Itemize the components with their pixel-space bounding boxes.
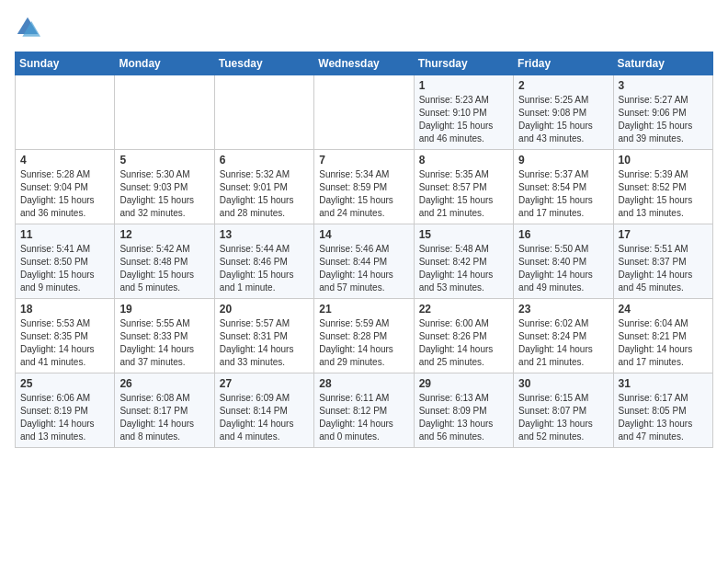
day-info: Sunrise: 5:37 AM Sunset: 8:54 PM Dayligh…: [518, 169, 593, 218]
calendar-cell: 28Sunrise: 6:11 AM Sunset: 8:12 PM Dayli…: [314, 373, 414, 448]
calendar-table: SundayMondayTuesdayWednesdayThursdayFrid…: [15, 52, 713, 448]
weekday-header-thursday: Thursday: [414, 52, 513, 75]
calendar-cell: 15Sunrise: 5:48 AM Sunset: 8:42 PM Dayli…: [414, 224, 513, 299]
day-info: Sunrise: 6:06 AM Sunset: 8:19 PM Dayligh…: [20, 393, 95, 442]
calendar-cell: [115, 75, 214, 150]
day-info: Sunrise: 5:32 AM Sunset: 9:01 PM Dayligh…: [220, 169, 294, 218]
calendar-cell: 27Sunrise: 6:09 AM Sunset: 8:14 PM Dayli…: [214, 373, 313, 448]
day-info: Sunrise: 5:23 AM Sunset: 9:10 PM Dayligh…: [419, 95, 494, 144]
day-number: 16: [518, 228, 608, 241]
day-info: Sunrise: 6:09 AM Sunset: 8:14 PM Dayligh…: [220, 393, 294, 442]
day-info: Sunrise: 5:34 AM Sunset: 8:59 PM Dayligh…: [319, 169, 393, 218]
logo: [15, 15, 44, 40]
day-info: Sunrise: 5:27 AM Sunset: 9:06 PM Dayligh…: [619, 95, 693, 144]
calendar-cell: 8Sunrise: 5:35 AM Sunset: 8:57 PM Daylig…: [414, 150, 513, 224]
calendar-cell: 24Sunrise: 6:04 AM Sunset: 8:21 PM Dayli…: [613, 299, 712, 373]
weekday-row: SundayMondayTuesdayWednesdayThursdayFrid…: [16, 52, 713, 75]
calendar-cell: 25Sunrise: 6:06 AM Sunset: 8:19 PM Dayli…: [16, 373, 115, 448]
calendar-cell: 16Sunrise: 5:50 AM Sunset: 8:40 PM Dayli…: [514, 224, 613, 299]
weekday-header-saturday: Saturday: [613, 52, 712, 75]
day-info: Sunrise: 6:17 AM Sunset: 8:05 PM Dayligh…: [619, 393, 693, 442]
day-info: Sunrise: 6:15 AM Sunset: 8:07 PM Dayligh…: [518, 393, 593, 442]
calendar-cell: 12Sunrise: 5:42 AM Sunset: 8:48 PM Dayli…: [115, 224, 214, 299]
calendar-cell: 31Sunrise: 6:17 AM Sunset: 8:05 PM Dayli…: [613, 373, 712, 448]
day-info: Sunrise: 5:55 AM Sunset: 8:33 PM Dayligh…: [119, 318, 194, 367]
day-info: Sunrise: 6:08 AM Sunset: 8:17 PM Dayligh…: [119, 393, 194, 442]
weekday-header-wednesday: Wednesday: [314, 52, 414, 75]
calendar-cell: 21Sunrise: 5:59 AM Sunset: 8:28 PM Dayli…: [314, 299, 414, 373]
calendar-cell: 3Sunrise: 5:27 AM Sunset: 9:06 PM Daylig…: [613, 75, 712, 150]
day-info: Sunrise: 5:44 AM Sunset: 8:46 PM Dayligh…: [220, 244, 294, 293]
day-number: 18: [20, 303, 109, 316]
day-info: Sunrise: 5:35 AM Sunset: 8:57 PM Dayligh…: [419, 169, 494, 218]
weekday-header-sunday: Sunday: [16, 52, 115, 75]
day-number: 30: [518, 377, 608, 390]
calendar-cell: 4Sunrise: 5:28 AM Sunset: 9:04 PM Daylig…: [16, 150, 115, 224]
day-info: Sunrise: 5:51 AM Sunset: 8:37 PM Dayligh…: [619, 244, 693, 293]
day-info: Sunrise: 5:41 AM Sunset: 8:50 PM Dayligh…: [20, 244, 95, 293]
day-number: 23: [518, 303, 608, 316]
day-info: Sunrise: 5:48 AM Sunset: 8:42 PM Dayligh…: [419, 244, 494, 293]
day-number: 31: [619, 377, 708, 390]
day-number: 22: [419, 303, 508, 316]
calendar-cell: 1Sunrise: 5:23 AM Sunset: 9:10 PM Daylig…: [414, 75, 513, 150]
day-number: 25: [20, 377, 109, 390]
day-info: Sunrise: 5:57 AM Sunset: 8:31 PM Dayligh…: [220, 318, 294, 367]
day-info: Sunrise: 5:46 AM Sunset: 8:44 PM Dayligh…: [319, 244, 393, 293]
day-number: 12: [119, 228, 209, 241]
calendar-cell: 6Sunrise: 5:32 AM Sunset: 9:01 PM Daylig…: [214, 150, 313, 224]
day-number: 1: [419, 79, 508, 92]
calendar-cell: 2Sunrise: 5:25 AM Sunset: 9:08 PM Daylig…: [514, 75, 613, 150]
calendar-cell: [314, 75, 414, 150]
calendar-week-3: 18Sunrise: 5:53 AM Sunset: 8:35 PM Dayli…: [16, 299, 713, 373]
day-info: Sunrise: 6:11 AM Sunset: 8:12 PM Dayligh…: [319, 393, 393, 442]
day-number: 3: [619, 79, 708, 92]
day-info: Sunrise: 5:39 AM Sunset: 8:52 PM Dayligh…: [619, 169, 693, 218]
calendar-cell: 9Sunrise: 5:37 AM Sunset: 8:54 PM Daylig…: [514, 150, 613, 224]
day-info: Sunrise: 5:59 AM Sunset: 8:28 PM Dayligh…: [319, 318, 393, 367]
calendar-cell: 19Sunrise: 5:55 AM Sunset: 8:33 PM Dayli…: [115, 299, 214, 373]
day-number: 28: [319, 377, 408, 390]
calendar-cell: 11Sunrise: 5:41 AM Sunset: 8:50 PM Dayli…: [16, 224, 115, 299]
day-info: Sunrise: 5:30 AM Sunset: 9:03 PM Dayligh…: [119, 169, 194, 218]
day-number: 6: [220, 154, 309, 167]
day-number: 13: [220, 228, 309, 241]
calendar-cell: 20Sunrise: 5:57 AM Sunset: 8:31 PM Dayli…: [214, 299, 313, 373]
calendar-week-2: 11Sunrise: 5:41 AM Sunset: 8:50 PM Dayli…: [16, 224, 713, 299]
day-info: Sunrise: 5:53 AM Sunset: 8:35 PM Dayligh…: [20, 318, 95, 367]
calendar-cell: 29Sunrise: 6:13 AM Sunset: 8:09 PM Dayli…: [414, 373, 513, 448]
day-number: 29: [419, 377, 508, 390]
weekday-header-friday: Friday: [514, 52, 613, 75]
day-info: Sunrise: 5:25 AM Sunset: 9:08 PM Dayligh…: [518, 95, 593, 144]
day-info: Sunrise: 6:00 AM Sunset: 8:26 PM Dayligh…: [419, 318, 494, 367]
calendar-cell: [16, 75, 115, 150]
day-info: Sunrise: 6:13 AM Sunset: 8:09 PM Dayligh…: [419, 393, 494, 442]
day-number: 7: [319, 154, 408, 167]
calendar-header: SundayMondayTuesdayWednesdayThursdayFrid…: [16, 52, 713, 75]
day-info: Sunrise: 5:50 AM Sunset: 8:40 PM Dayligh…: [518, 244, 593, 293]
calendar-cell: 18Sunrise: 5:53 AM Sunset: 8:35 PM Dayli…: [16, 299, 115, 373]
calendar-cell: 14Sunrise: 5:46 AM Sunset: 8:44 PM Dayli…: [314, 224, 414, 299]
day-number: 9: [518, 154, 608, 167]
day-number: 5: [119, 154, 209, 167]
calendar-cell: 23Sunrise: 6:02 AM Sunset: 8:24 PM Dayli…: [514, 299, 613, 373]
day-number: 24: [619, 303, 708, 316]
calendar-cell: 10Sunrise: 5:39 AM Sunset: 8:52 PM Dayli…: [613, 150, 712, 224]
calendar-cell: 7Sunrise: 5:34 AM Sunset: 8:59 PM Daylig…: [314, 150, 414, 224]
calendar-week-0: 1Sunrise: 5:23 AM Sunset: 9:10 PM Daylig…: [16, 75, 713, 150]
day-number: 20: [220, 303, 309, 316]
day-number: 8: [419, 154, 508, 167]
day-number: 21: [319, 303, 408, 316]
calendar-body: 1Sunrise: 5:23 AM Sunset: 9:10 PM Daylig…: [16, 75, 713, 448]
calendar-cell: 30Sunrise: 6:15 AM Sunset: 8:07 PM Dayli…: [514, 373, 613, 448]
logo-icon: [15, 15, 40, 40]
day-info: Sunrise: 5:42 AM Sunset: 8:48 PM Dayligh…: [119, 244, 194, 293]
calendar-cell: 17Sunrise: 5:51 AM Sunset: 8:37 PM Dayli…: [613, 224, 712, 299]
day-number: 17: [619, 228, 708, 241]
calendar-cell: 22Sunrise: 6:00 AM Sunset: 8:26 PM Dayli…: [414, 299, 513, 373]
day-info: Sunrise: 6:02 AM Sunset: 8:24 PM Dayligh…: [518, 318, 593, 367]
day-number: 14: [319, 228, 408, 241]
weekday-header-monday: Monday: [115, 52, 214, 75]
day-number: 10: [619, 154, 708, 167]
day-number: 27: [220, 377, 309, 390]
